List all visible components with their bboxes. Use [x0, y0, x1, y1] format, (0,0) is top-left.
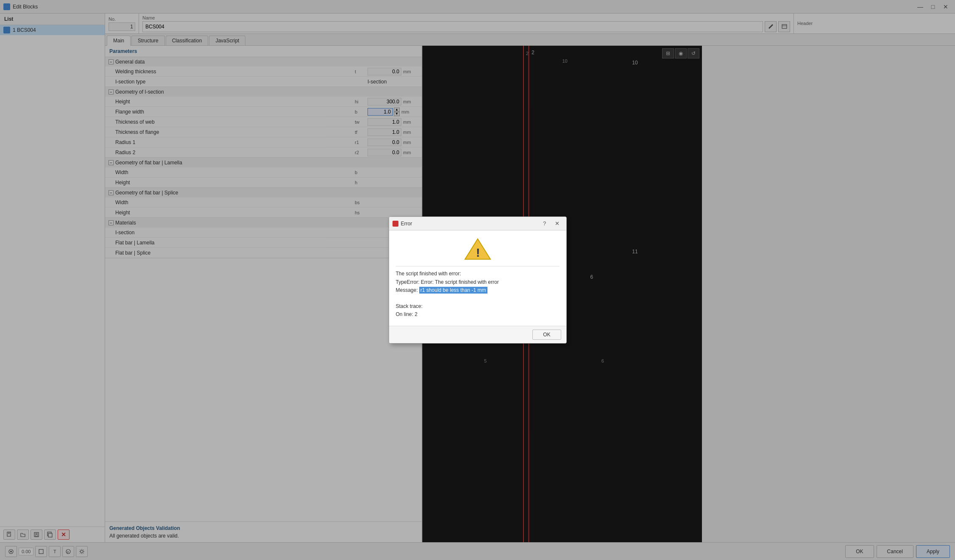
modal-title-bar: Error ? ✕ [389, 217, 566, 230]
error-line2: TypeError: Error: The script finished wi… [396, 278, 560, 286]
svg-text:!: ! [476, 246, 480, 259]
error-dialog-title: Error [401, 221, 412, 227]
error-line1: The script finished with error: [396, 270, 560, 278]
modal-icon-area: ! [396, 237, 560, 261]
warning-triangle-icon: ! [464, 237, 491, 261]
error-highlighted-text: r1 should be less than -1 mm [419, 287, 487, 294]
modal-divider [396, 266, 560, 266]
error-line5: Stack trace: [396, 302, 560, 310]
error-dialog: Error ? ✕ ! The script finished with err… [389, 216, 567, 343]
error-help-button[interactable]: ? [539, 219, 550, 228]
error-line3: Message: r1 should be less than -1 mm [396, 286, 560, 294]
error-close-button[interactable]: ✕ [552, 219, 563, 228]
error-line3-prefix: Message: [396, 287, 419, 293]
error-line6: On line: 2 [396, 310, 560, 319]
modal-message: The script finished with error: TypeErro… [396, 270, 560, 319]
modal-overlay: Error ? ✕ ! The script finished with err… [0, 0, 955, 560]
error-ok-button[interactable]: OK [532, 330, 561, 340]
error-dialog-icon [393, 221, 398, 227]
modal-content: ! The script finished with error: TypeEr… [389, 230, 566, 325]
modal-footer: OK [389, 326, 566, 343]
error-line4 [396, 294, 560, 302]
